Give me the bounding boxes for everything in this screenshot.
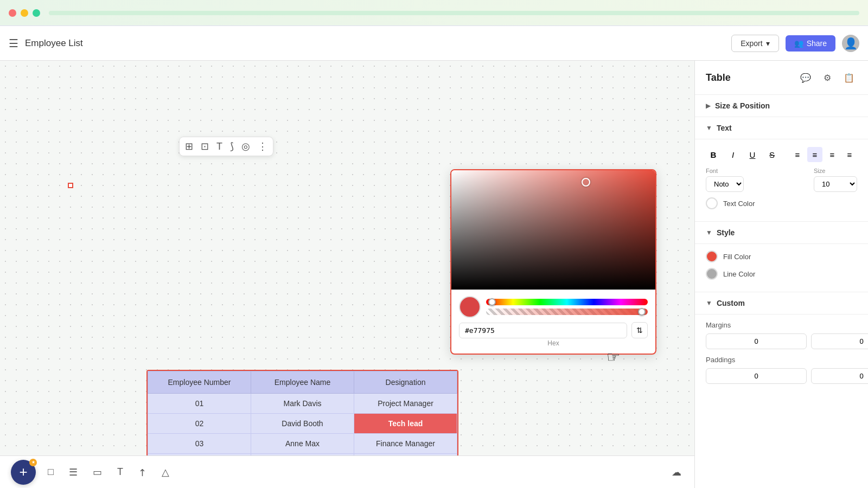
hue-thumb bbox=[488, 298, 496, 306]
triangle-tool-button[interactable]: △ bbox=[158, 463, 173, 481]
add-icon: + bbox=[19, 464, 27, 480]
toolbar-connector-icon[interactable]: ⟆ bbox=[230, 140, 234, 152]
shape-rectangle-button[interactable]: □ bbox=[44, 463, 57, 481]
export-chevron-icon: ▾ bbox=[766, 39, 770, 48]
size-position-section[interactable]: ▶ Size & Position bbox=[695, 95, 868, 117]
font-row: Font Noto Size 10 bbox=[706, 168, 857, 192]
cell-name: Mark Davis bbox=[251, 394, 354, 414]
panel-clipboard-icon[interactable]: 📋 bbox=[841, 69, 857, 86]
line-color-swatch[interactable] bbox=[706, 268, 718, 280]
cell-name: Anne Max bbox=[251, 434, 354, 454]
size-select[interactable]: 10 bbox=[814, 176, 857, 192]
toolbar-text-icon[interactable]: T bbox=[216, 141, 222, 152]
fill-color-label: Fill Color bbox=[723, 253, 751, 261]
text-section-content: B I U S ≡ ≡ ≡ ≡ Font Noto Size 10 bbox=[695, 139, 868, 222]
size-position-title: Size & Position bbox=[715, 101, 770, 110]
cell-designation-highlight: Tech lead bbox=[354, 414, 457, 434]
toolbar-more-icon[interactable]: ⋮ bbox=[258, 140, 267, 152]
underline-button[interactable]: U bbox=[745, 147, 760, 162]
opacity-slider[interactable] bbox=[486, 309, 648, 315]
panel-comment-icon[interactable]: 💬 bbox=[797, 69, 814, 86]
format-row: B I U S ≡ ≡ ≡ ≡ bbox=[706, 147, 857, 162]
top-bar bbox=[0, 0, 868, 26]
panel-title: Table bbox=[706, 72, 731, 84]
cell-num: 01 bbox=[148, 394, 251, 414]
size-label: Size bbox=[814, 168, 857, 174]
panel-settings-icon[interactable]: ⚙ bbox=[819, 69, 835, 86]
shape-frame-button[interactable]: ▭ bbox=[90, 463, 105, 481]
padding-right[interactable] bbox=[811, 368, 868, 384]
text-color-swatch[interactable] bbox=[706, 197, 718, 209]
share-icon: 👥 bbox=[794, 39, 803, 48]
opacity-thumb bbox=[638, 308, 646, 316]
table-row[interactable]: 03 Anne Max Finance Manager bbox=[148, 434, 457, 454]
cell-designation: Finance Manager bbox=[354, 434, 457, 454]
style-section-content: Fill Color Line Color bbox=[695, 244, 868, 292]
avatar[interactable]: 👤 bbox=[842, 35, 859, 52]
panel-icons: 💬 ⚙ 📋 bbox=[797, 69, 857, 86]
custom-section-header[interactable]: ▼ Custom bbox=[695, 292, 868, 314]
text-section-header[interactable]: ▼ Text bbox=[695, 117, 868, 139]
dot-green[interactable] bbox=[33, 9, 40, 17]
cell-num: 03 bbox=[148, 434, 251, 454]
style-section-header[interactable]: ▼ Style bbox=[695, 222, 868, 244]
handle-bm[interactable] bbox=[68, 183, 73, 188]
cell-name: David Booth bbox=[251, 414, 354, 434]
color-gradient[interactable] bbox=[451, 170, 655, 290]
table-row[interactable]: 01 Mark Davis Project Manager bbox=[148, 394, 457, 414]
doc-title: Employee List bbox=[25, 38, 725, 49]
hue-slider[interactable] bbox=[486, 299, 648, 305]
paddings-label: Paddings bbox=[706, 356, 857, 364]
text-section-title: Text bbox=[717, 124, 732, 132]
col-name: Employee Name bbox=[251, 371, 354, 394]
cloud-button[interactable]: ☁ bbox=[668, 463, 685, 481]
toolbar-grid-icon[interactable]: ⊞ bbox=[185, 140, 193, 152]
size-position-arrow: ▶ bbox=[706, 102, 711, 110]
dot-red[interactable] bbox=[9, 9, 16, 17]
shape-card-button[interactable]: ☰ bbox=[66, 463, 81, 481]
paddings-inputs bbox=[706, 368, 857, 384]
strikethrough-button[interactable]: S bbox=[764, 147, 780, 162]
margin-right[interactable] bbox=[811, 333, 868, 349]
align-left-button[interactable]: ≡ bbox=[790, 147, 805, 162]
dot-yellow[interactable] bbox=[21, 9, 28, 17]
custom-section-title: Custom bbox=[717, 299, 745, 307]
share-button[interactable]: 👥 Share bbox=[786, 35, 835, 52]
cell-num: 02 bbox=[148, 414, 251, 434]
custom-section-arrow: ▼ bbox=[706, 299, 712, 307]
align-justify-button[interactable]: ≡ bbox=[842, 147, 857, 162]
font-label: Font bbox=[706, 168, 809, 174]
margins-inputs bbox=[706, 333, 857, 349]
hue-opacity-row bbox=[459, 296, 648, 318]
align-right-button[interactable]: ≡ bbox=[825, 147, 840, 162]
text-color-label: Text Color bbox=[723, 200, 755, 208]
italic-button[interactable]: I bbox=[725, 147, 741, 162]
menu-icon[interactable]: ☰ bbox=[9, 37, 18, 50]
text-color-row: Text Color bbox=[706, 197, 857, 209]
export-button[interactable]: Export ▾ bbox=[731, 35, 778, 52]
toolbar-table-icon[interactable]: ⊡ bbox=[201, 140, 209, 152]
padding-top[interactable] bbox=[706, 368, 807, 384]
col-designation: Designation bbox=[354, 371, 457, 394]
toolbar-style-icon[interactable]: ◎ bbox=[241, 140, 250, 152]
hex-swap-button[interactable]: ⇅ bbox=[631, 322, 648, 338]
arrow-tool-button[interactable]: ↗ bbox=[131, 460, 154, 484]
fill-color-swatch[interactable] bbox=[706, 251, 718, 262]
picker-controls: #e77975 ⇅ Hex bbox=[451, 290, 655, 354]
font-select[interactable]: Noto bbox=[706, 176, 744, 192]
right-panel: Table 💬 ⚙ 📋 ▶ Size & Position ▼ Text B I… bbox=[694, 61, 868, 488]
text-tool-button[interactable]: T bbox=[114, 463, 126, 481]
bold-button[interactable]: B bbox=[706, 147, 721, 162]
hex-input[interactable]: #e77975 bbox=[459, 323, 627, 338]
color-cursor bbox=[582, 178, 590, 187]
add-button[interactable]: + ★ bbox=[11, 460, 36, 485]
progress-bar bbox=[49, 11, 859, 15]
table-row[interactable]: 02 David Booth Tech lead bbox=[148, 414, 457, 434]
align-center-button[interactable]: ≡ bbox=[807, 147, 822, 162]
line-color-label: Line Color bbox=[723, 270, 755, 278]
align-row: ≡ ≡ ≡ ≡ bbox=[790, 147, 857, 162]
margins-label: Margins bbox=[706, 321, 857, 329]
panel-header: Table 💬 ⚙ 📋 bbox=[695, 61, 868, 95]
fill-color-row: Fill Color bbox=[706, 251, 857, 262]
margin-top[interactable] bbox=[706, 333, 807, 349]
